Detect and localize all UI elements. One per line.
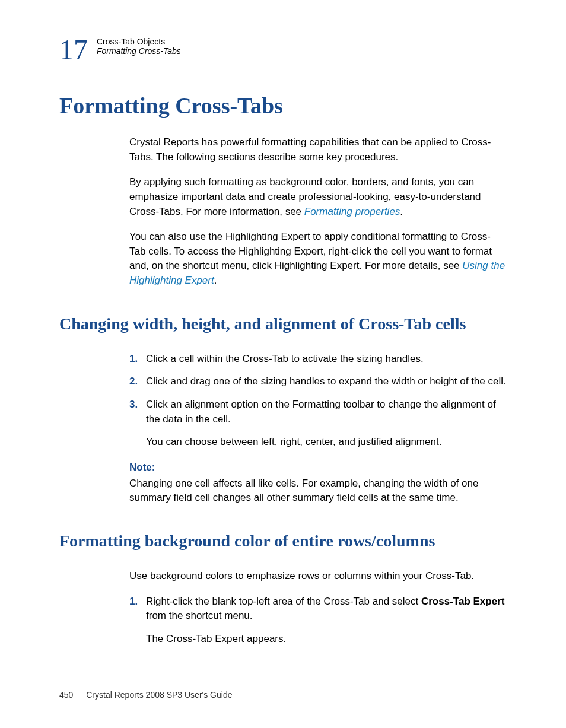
intro-p3-text-a: You can also use the Highlighting Expert… bbox=[129, 231, 492, 271]
section2-intro-block: Use background colors to emphasize rows … bbox=[129, 569, 507, 584]
section2-steps: 1. Right-click the blank top-left area o… bbox=[129, 595, 507, 624]
step-text: Click a cell within the Cross-Tab to act… bbox=[146, 352, 507, 367]
note-label: Note: bbox=[129, 460, 507, 475]
footer-page-number: 450 bbox=[59, 690, 73, 700]
header-breadcrumb-2: Formatting Cross-Tabs bbox=[97, 46, 181, 56]
list-item: 1. Right-click the blank top-left area o… bbox=[129, 595, 507, 624]
intro-p3-text-b: . bbox=[214, 275, 217, 286]
footer-guide-title: Crystal Reports 2008 SP3 User's Guide bbox=[86, 690, 232, 700]
section2-title: Formatting background color of entire ro… bbox=[59, 530, 507, 551]
step-number: 1. bbox=[129, 352, 146, 367]
note-block: Note: Changing one cell affects all like… bbox=[129, 460, 507, 506]
step-text: Click and drag one of the sizing handles… bbox=[146, 374, 507, 389]
list-item: 1. Click a cell within the Cross-Tab to … bbox=[129, 352, 507, 367]
section1-sub-para: You can choose between left, right, cent… bbox=[146, 435, 507, 450]
step-text-bold: Cross-Tab Expert bbox=[421, 596, 504, 607]
intro-p2-text-b: . bbox=[400, 206, 403, 217]
note-text: Changing one cell affects all like cells… bbox=[129, 476, 507, 506]
section2-intro: Use background colors to emphasize rows … bbox=[129, 569, 507, 584]
header-divider bbox=[93, 37, 93, 58]
header-breadcrumb-1: Cross-Tab Objects bbox=[97, 37, 181, 46]
header-text: Cross-Tab Objects Formatting Cross-Tabs bbox=[97, 36, 181, 56]
intro-para-3: You can also use the Highlighting Expert… bbox=[129, 230, 507, 288]
page-title: Formatting Cross-Tabs bbox=[59, 93, 507, 119]
step-text-b: from the shortcut menu. bbox=[146, 610, 253, 621]
page-footer: 450 Crystal Reports 2008 SP3 User's Guid… bbox=[59, 690, 232, 700]
link-formatting-properties[interactable]: Formatting properties bbox=[304, 206, 400, 217]
step-text: Click an alignment option on the Formatt… bbox=[146, 398, 507, 427]
step-number: 3. bbox=[129, 398, 146, 427]
page-header: 17 Cross-Tab Objects Formatting Cross-Ta… bbox=[59, 36, 507, 64]
step-text-a: Right-click the blank top-left area of t… bbox=[146, 596, 421, 607]
step-number: 2. bbox=[129, 374, 146, 389]
section2-sub-para: The Cross-Tab Expert appears. bbox=[146, 632, 507, 647]
intro-para-1: Crystal Reports has powerful formatting … bbox=[129, 135, 507, 164]
list-item: 3. Click an alignment option on the Form… bbox=[129, 398, 507, 427]
step-text: Right-click the blank top-left area of t… bbox=[146, 595, 507, 624]
list-item: 2. Click and drag one of the sizing hand… bbox=[129, 374, 507, 389]
intro-block: Crystal Reports has powerful formatting … bbox=[129, 135, 507, 288]
chapter-number: 17 bbox=[59, 36, 88, 64]
section1-steps: 1. Click a cell within the Cross-Tab to … bbox=[129, 352, 507, 427]
step-number: 1. bbox=[129, 595, 146, 624]
intro-para-2: By applying such formatting as backgroun… bbox=[129, 175, 507, 219]
section1-title: Changing width, height, and alignment of… bbox=[59, 313, 507, 334]
